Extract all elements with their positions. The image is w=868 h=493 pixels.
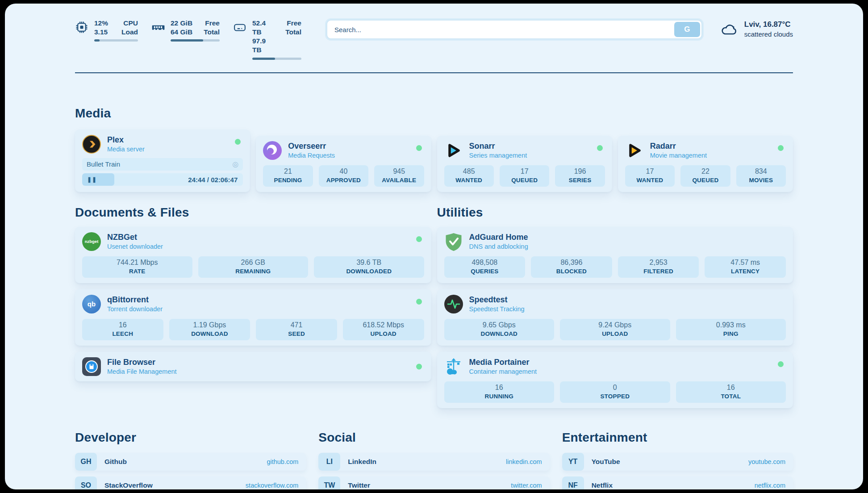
ram-progress-fill	[171, 39, 203, 42]
qbittorrent-icon: qb	[82, 295, 101, 313]
stat-value: 2,953	[620, 259, 697, 267]
overseerr-status-dot	[416, 145, 422, 151]
radarr-stat-wanted: 17 WANTED	[625, 165, 675, 187]
sonarr-card[interactable]: Sonarr Series management 485 WANTED 17 Q…	[437, 136, 612, 192]
stat-label: MOVIES	[738, 177, 784, 184]
disk-icon	[233, 21, 246, 34]
plex-icon	[82, 135, 101, 154]
disk-total-value: 97.9 TB	[252, 37, 276, 54]
qbittorrent-subtitle: Torrent downloader	[107, 305, 163, 313]
radarr-card[interactable]: Radarr Movie management 17 WANTED 22 QUE…	[618, 136, 793, 192]
stat-label: LEECH	[84, 330, 162, 337]
speedtest-title: Speedtest	[469, 295, 525, 305]
section-title-utilities: Utilities	[437, 205, 793, 220]
speedtest-card[interactable]: Speedtest Speedtest Tracking 9.65 Gbps D…	[437, 289, 793, 346]
documents-column: Documents & Files nzbget NZBGet Usenet d…	[75, 205, 431, 381]
weather-condition: scattered clouds	[744, 30, 793, 39]
adguard-title: AdGuard Home	[469, 233, 528, 242]
ram-total-value: 64 GiB	[171, 28, 192, 37]
adguard-stat-latency: 47.57 ms LATENCY	[705, 256, 786, 278]
nzbget-card[interactable]: nzbget NZBGet Usenet downloader 744.21 M…	[75, 227, 431, 283]
link-url: linkedin.com	[506, 458, 542, 465]
portainer-title: Media Portainer	[469, 358, 537, 367]
stat-value: 86,396	[533, 259, 610, 267]
filebrowser-title: File Browser	[107, 358, 177, 367]
radarr-stat-queued: 22 QUEUED	[680, 165, 730, 187]
radarr-icon	[625, 141, 644, 160]
plex-progress-bar[interactable]: ❚❚ 24:44 / 02:06:47	[82, 173, 243, 186]
sonarr-status-dot	[597, 145, 603, 151]
developer-section: Developer GH Github github.com SO StackO…	[75, 430, 306, 489]
disk-progress-track	[252, 58, 301, 60]
disk-stat-widget: 52.4 TB 97.9 TB Free Total	[233, 19, 301, 60]
link-github[interactable]: GH Github github.com	[75, 453, 306, 471]
overseerr-stat-available: 945 AVAILABLE	[374, 165, 424, 187]
linkedin-abbr-icon: LI	[318, 453, 340, 471]
qbittorrent-stat-download: 1.19 Gbps DOWNLOAD	[169, 319, 250, 340]
cpu-stat-widget: 12% 3.15 CPU Load	[75, 19, 138, 42]
qbittorrent-stat-seed: 471 SEED	[256, 319, 337, 340]
adguard-subtitle: DNS and adblocking	[469, 243, 528, 250]
section-title-media: Media	[75, 106, 793, 121]
stat-value: 39.6 TB	[316, 259, 422, 267]
stat-label: QUEUED	[501, 177, 547, 184]
plex-card[interactable]: Plex Media server Bullet Train ◎ ❚❚ 24:4…	[75, 130, 250, 192]
cpu-progress-fill	[94, 39, 100, 42]
filebrowser-subtitle: Media File Management	[107, 368, 177, 375]
screen-frame: 12% 3.15 CPU Load	[0, 0, 868, 493]
stat-label: QUERIES	[446, 268, 524, 275]
search-input[interactable]	[326, 20, 702, 39]
stat-value: 834	[738, 167, 784, 175]
stat-value: 744.21 Mbps	[84, 259, 191, 267]
plex-now-playing-title: Bullet Train	[87, 160, 232, 168]
stat-label: RUNNING	[446, 393, 553, 400]
weather-widget[interactable]: Lviv, 16.87°C scattered clouds	[720, 20, 793, 39]
nzbget-title: NZBGet	[107, 233, 163, 242]
overseerr-card[interactable]: Overseerr Media Requests 21 PENDING 40 A…	[256, 136, 431, 192]
stat-label: AVAILABLE	[376, 177, 422, 184]
nzbget-stat-rate: 744.21 Mbps RATE	[82, 256, 192, 278]
link-twitter[interactable]: TW Twitter twitter.com	[318, 476, 549, 489]
netflix-abbr-icon: NF	[562, 476, 584, 489]
portainer-card[interactable]: Media Portainer Container management 16 …	[437, 352, 793, 408]
ram-stat-widget: 22 GiB 64 GiB Free Total	[151, 19, 220, 42]
link-name: Netflix	[592, 481, 755, 489]
section-title-documents: Documents & Files	[75, 205, 431, 220]
link-netflix[interactable]: NF Netflix netflix.com	[562, 476, 793, 489]
stat-label: RATE	[84, 268, 191, 275]
stat-label: UPLOAD	[345, 330, 422, 337]
cpu-icon	[75, 21, 88, 34]
stat-value: 22	[682, 167, 728, 175]
plex-session-icon[interactable]: ◎	[232, 161, 238, 168]
speedtest-stat-download: 9.65 Gbps DOWNLOAD	[444, 319, 555, 340]
top-bar: 12% 3.15 CPU Load	[75, 4, 793, 60]
link-url: netflix.com	[755, 482, 785, 489]
youtube-abbr-icon: YT	[562, 453, 584, 471]
link-linkedin[interactable]: LI LinkedIn linkedin.com	[318, 453, 549, 471]
media-card-grid: Plex Media server Bullet Train ◎ ❚❚ 24:4…	[75, 130, 793, 192]
google-search-button[interactable]: G	[674, 22, 700, 37]
portainer-stat-total: 16 TOTAL	[676, 381, 786, 403]
stat-label: STOPPED	[562, 393, 668, 400]
link-name: Github	[104, 458, 267, 466]
nzbget-stat-remaining: 266 GB REMAINING	[198, 256, 309, 278]
adguard-card[interactable]: AdGuard Home DNS and adblocking 498,508 …	[437, 227, 793, 283]
overseerr-title: Overseerr	[288, 142, 335, 151]
stat-label: DOWNLOADED	[316, 268, 422, 275]
entertainment-section: Entertainment YT YouTube youtube.com NF …	[562, 430, 793, 489]
link-name: StackOverflow	[104, 481, 246, 489]
adguard-icon	[444, 232, 463, 251]
filebrowser-card[interactable]: File Browser Media File Management	[75, 352, 431, 381]
pause-icon[interactable]: ❚❚	[87, 176, 97, 183]
filebrowser-status-dot	[416, 363, 422, 369]
header-divider	[75, 72, 793, 73]
qbittorrent-card[interactable]: qb qBittorrent Torrent downloader 16 LEE…	[75, 289, 431, 346]
sonarr-icon	[444, 141, 463, 160]
stackoverflow-abbr-icon: SO	[75, 476, 97, 489]
qbittorrent-icon-text: qb	[88, 300, 96, 308]
link-stackoverflow[interactable]: SO StackOverflow stackoverflow.com	[75, 476, 306, 489]
ram-label-bottom: Total	[204, 28, 220, 37]
link-youtube[interactable]: YT YouTube youtube.com	[562, 453, 793, 471]
utilities-column: Utilities AdGuard Home DNS and adblockin…	[437, 205, 793, 408]
cpu-label-top: CPU	[121, 19, 138, 28]
